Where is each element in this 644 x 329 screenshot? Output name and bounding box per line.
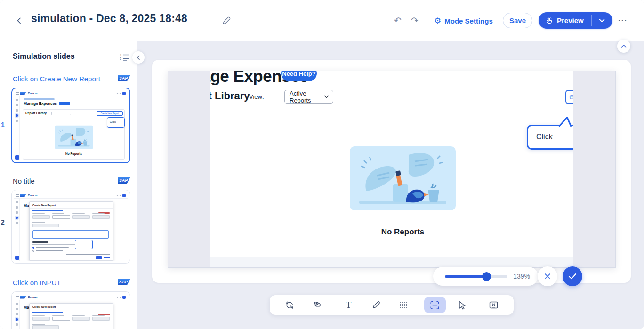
blur-tool-icon[interactable] bbox=[393, 297, 414, 313]
app-name: Concur bbox=[28, 296, 38, 298]
tooltip-pointer bbox=[558, 116, 574, 129]
view-select-value: Active Reports bbox=[290, 90, 324, 104]
crop-overlay-left bbox=[168, 71, 210, 268]
preview-button-group: Preview bbox=[539, 12, 612, 29]
app-root: simulation - Dec 8, 2025 18:48 ↶ ↷ ⚙ Mod… bbox=[0, 0, 644, 329]
chat-bubble-icon bbox=[15, 155, 19, 160]
slide-thumbnail-1[interactable]: Concur Manage Expenses Report Library Cr… bbox=[11, 88, 130, 163]
draw-tool-icon[interactable] bbox=[365, 297, 387, 313]
numbered-list-icon[interactable]: 12 bbox=[119, 52, 130, 62]
svg-text:2: 2 bbox=[120, 57, 121, 60]
thumb-empty-state: No Reports bbox=[23, 152, 124, 155]
thumb-create-button: Create New Report bbox=[97, 111, 123, 116]
toolbar-separator bbox=[419, 299, 419, 311]
hand-pointer-icon bbox=[546, 17, 553, 24]
editor-toolbar: T bbox=[270, 295, 514, 315]
redo-icon[interactable]: ↷ bbox=[409, 14, 421, 26]
slide-number-1: 1 bbox=[1, 121, 8, 128]
check-icon bbox=[568, 273, 577, 280]
edit-title-pencil-icon[interactable] bbox=[220, 15, 232, 26]
app-name: Concur bbox=[28, 194, 38, 197]
thumbnail-screenshot: Concur Manage Expenses Report Library Cr… bbox=[14, 90, 128, 160]
preview-label: Preview bbox=[557, 16, 584, 24]
thumb-input-tooltip bbox=[75, 240, 93, 249]
slide-label-3[interactable]: Click on INPUT bbox=[13, 279, 61, 287]
select-tool-icon[interactable] bbox=[451, 297, 473, 313]
toolbar-separator bbox=[333, 299, 333, 311]
back-button[interactable] bbox=[14, 16, 24, 26]
view-label: View: bbox=[249, 93, 264, 100]
cancel-crop-button[interactable] bbox=[538, 266, 557, 286]
thumb-modal: Create New Report bbox=[29, 303, 113, 329]
thumb-section-title: Report Library bbox=[25, 112, 47, 115]
mode-settings-button[interactable]: ⚙ Mode Settings bbox=[434, 14, 493, 27]
mode-settings-label: Mode Settings bbox=[444, 17, 493, 25]
zoom-percent: 139% bbox=[513, 273, 530, 280]
slide-label-2[interactable]: No title bbox=[13, 177, 35, 185]
slide-number-2: 2 bbox=[1, 218, 8, 226]
chevron-up-icon bbox=[621, 44, 627, 48]
empty-state-text: No Reports bbox=[350, 227, 456, 237]
gear-icon: ⚙ bbox=[434, 17, 441, 25]
preview-dropdown-caret[interactable] bbox=[592, 12, 612, 29]
thumb-page-title: Manage Expenses bbox=[24, 101, 57, 106]
header-divider bbox=[26, 14, 26, 27]
crop-overlay-right bbox=[573, 71, 616, 268]
toolbar-separator bbox=[478, 299, 478, 311]
slide-thumbnail-3[interactable]: Concur Manage Expenses Create New Report bbox=[11, 291, 130, 329]
tooltip-label: Click bbox=[536, 133, 553, 141]
svg-text:1: 1 bbox=[120, 53, 121, 56]
thumbnail-screenshot: Concur Manage Expenses Create New Report bbox=[14, 294, 128, 329]
canvas-collapse-button[interactable] bbox=[617, 40, 630, 53]
click-tool-icon[interactable] bbox=[279, 297, 301, 313]
save-button[interactable]: Save bbox=[503, 13, 532, 28]
sidebar-collapse-button[interactable] bbox=[132, 51, 145, 64]
need-help-pill: Need Help? bbox=[281, 71, 317, 81]
close-icon bbox=[544, 273, 551, 280]
header-divider-2 bbox=[427, 14, 427, 27]
remove-screen-tool-icon[interactable] bbox=[483, 297, 505, 313]
view-select: Active Reports bbox=[284, 90, 333, 104]
text-tool-icon[interactable]: T bbox=[338, 297, 360, 313]
no-reports-illustration bbox=[350, 146, 456, 210]
zoom-control: 139% bbox=[433, 267, 538, 286]
chevron-left-icon bbox=[136, 55, 141, 60]
slide-canvas[interactable]: Manage Expenses Need Help? Report Librar… bbox=[168, 71, 616, 268]
app-name: Concur bbox=[28, 92, 38, 95]
page-title: simulation - Dec 8, 2025 18:48 bbox=[31, 12, 187, 25]
sidebar-title: Simulation slides bbox=[13, 52, 75, 61]
capture-tool-icon[interactable] bbox=[424, 297, 446, 313]
thumb-click-tooltip: Click bbox=[107, 117, 125, 128]
editor-stage: Manage Expenses Need Help? Report Librar… bbox=[152, 60, 631, 283]
confirm-crop-button[interactable] bbox=[563, 266, 582, 286]
thumb-modal: Create New Report bbox=[29, 201, 113, 261]
more-menu-icon[interactable]: ··· bbox=[616, 14, 630, 27]
sap-mini-logo bbox=[20, 92, 26, 95]
thumbnail-screenshot: Concur Manage Expenses Create New Report bbox=[14, 193, 128, 261]
chat-bubble-icon bbox=[15, 256, 19, 260]
slide-label-1[interactable]: Click on Create New Report bbox=[13, 75, 100, 83]
thumb-modal-title: Create New Report bbox=[30, 304, 113, 310]
header: simulation - Dec 8, 2025 18:48 ↶ ↷ ⚙ Mod… bbox=[0, 0, 644, 41]
thumb-modal-title: Create New Report bbox=[30, 202, 113, 209]
preview-button[interactable]: Preview bbox=[539, 12, 591, 29]
zoom-slider-track[interactable] bbox=[445, 275, 507, 278]
hotspot-tool-icon[interactable] bbox=[306, 297, 328, 313]
undo-icon[interactable]: ↶ bbox=[392, 14, 404, 26]
zoom-slider-thumb[interactable] bbox=[482, 272, 491, 281]
slide-thumbnail-2[interactable]: Concur Manage Expenses Create New Report bbox=[11, 190, 130, 264]
sap-mini-logo bbox=[20, 296, 26, 299]
sap-mini-logo bbox=[20, 194, 26, 197]
click-tooltip[interactable]: Click bbox=[527, 125, 580, 150]
chevron-down-icon bbox=[599, 18, 605, 23]
chevron-down-icon bbox=[324, 95, 329, 98]
